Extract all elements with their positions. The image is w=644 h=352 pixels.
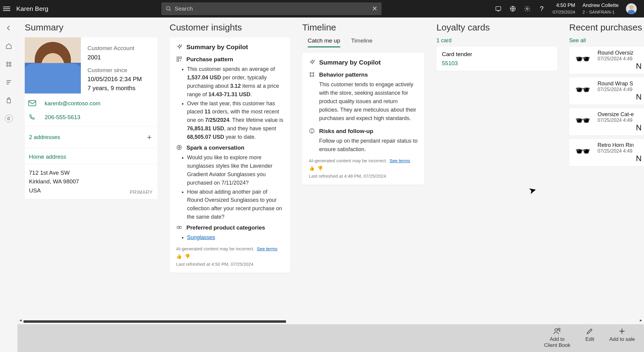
loyalty-title: Loyalty cards	[436, 21, 557, 33]
tab-catch-me-up[interactable]: Catch me up	[308, 37, 340, 47]
preferred-category-link[interactable]: Sunglasses	[187, 234, 215, 240]
user-avatar[interactable]	[626, 3, 637, 14]
edit-button[interactable]: Edit	[585, 327, 594, 352]
product-thumb-icon: 🕶️	[572, 144, 593, 158]
search-input[interactable]	[175, 5, 372, 12]
timeline-thumbs-down[interactable]: 👎	[317, 166, 323, 172]
svg-point-7	[6, 62, 8, 64]
since-duration: 7 years, 9 months	[87, 84, 142, 93]
plus-icon	[618, 327, 626, 335]
address-line2: Kirkland, WA 98007	[29, 177, 153, 186]
search-clear[interactable]: ✕	[372, 5, 377, 13]
svg-point-22	[314, 60, 314, 61]
pattern-bullet-2: Over the last year, this customer has pl…	[187, 100, 284, 141]
settings-icon[interactable]	[524, 5, 531, 12]
svg-point-9	[6, 65, 8, 67]
purchase-item[interactable]: 🕶️ Round Oversiz 07/25/2024 4:49 N	[569, 47, 644, 74]
thumbs-down[interactable]: 👎	[185, 254, 191, 260]
customer-phone[interactable]: 206-555-5613	[45, 114, 80, 121]
account-label: Customer Account	[87, 44, 142, 53]
purchase-item[interactable]: 🕶️ Round Wrap S 07/25/2024 4:49 N	[569, 78, 644, 105]
since-label: Customer since	[87, 66, 142, 75]
purchase-name: Round Wrap S	[598, 81, 642, 87]
purchase-item[interactable]: 🕶️ Retro Horn Rin 07/25/2024 4:49 N	[569, 139, 644, 166]
purchase-name: Retro Horn Rin	[598, 142, 642, 148]
hamburger-menu[interactable]	[3, 5, 10, 12]
svg-rect-17	[180, 57, 182, 59]
svg-point-30	[555, 328, 558, 331]
globe-icon[interactable]	[509, 5, 516, 12]
svg-rect-14	[29, 100, 36, 106]
loyalty-card[interactable]: Card tender 55103	[436, 47, 557, 71]
nav-list[interactable]	[5, 78, 13, 86]
timeline-thumbs-up[interactable]: 👍	[309, 166, 315, 172]
svg-rect-6	[628, 10, 635, 14]
add-address-button[interactable]: ＋	[145, 132, 153, 142]
see-terms-link[interactable]: See terms	[257, 246, 277, 251]
see-all-link[interactable]: See all	[569, 37, 644, 44]
purchase-suffix: N	[598, 62, 642, 71]
purchase-suffix: N	[598, 154, 642, 163]
help-icon[interactable]: ?	[538, 5, 545, 12]
add-to-client-book-button[interactable]: Add to Client Book	[544, 327, 570, 352]
svg-rect-16	[177, 57, 179, 59]
svg-point-23	[310, 72, 311, 73]
spark-bullet-1: Would you like to explore more sunglasse…	[187, 154, 284, 187]
product-thumb-icon: 🕶️	[572, 113, 593, 128]
purchase-date: 07/25/2024 4:49	[598, 118, 642, 123]
svg-point-10	[9, 65, 11, 67]
risks-label: Risks and follow-up	[319, 128, 373, 135]
svg-point-0	[167, 7, 170, 10]
pattern-bullet-1: This customer spends an average of 1,537…	[187, 65, 284, 99]
horizontal-scrollbar[interactable]	[17, 319, 644, 324]
customer-name: Karen Berg	[16, 5, 48, 12]
spark-icon	[176, 144, 183, 151]
nav-bag[interactable]	[5, 97, 13, 104]
tab-timeline[interactable]: Timeline	[351, 37, 373, 47]
loyalty-count[interactable]: 1 card	[436, 37, 557, 44]
preferred-label: Preferred product categories	[186, 224, 265, 231]
email-icon	[28, 100, 36, 107]
add-book-label1: Add to	[550, 336, 565, 342]
behavior-label: Behavior patterns	[319, 71, 368, 78]
preferred-icon	[176, 224, 183, 231]
spark-label: Spark a conversation	[186, 144, 244, 151]
add-to-sale-button[interactable]: Add to sale	[609, 327, 635, 352]
svg-point-5	[629, 5, 633, 9]
spark-bullet-2: How about adding another pair of Round O…	[187, 188, 284, 222]
add-sale-label: Add to sale	[609, 336, 635, 342]
nav-back[interactable]	[5, 24, 13, 32]
addresses-count[interactable]: 2 addresses	[29, 134, 60, 141]
svg-rect-18	[177, 60, 179, 62]
summary-title: Summary	[25, 21, 157, 33]
svg-point-29	[312, 132, 312, 133]
nav-count-badge[interactable]: 0	[5, 115, 13, 122]
search-box[interactable]: ✕	[161, 2, 382, 15]
header-user: Andrew Collette	[582, 2, 619, 9]
timeline-title: Timeline	[302, 21, 424, 33]
nav-home[interactable]	[5, 42, 13, 50]
thumbs-up[interactable]: 👍	[176, 254, 182, 260]
loyalty-tender-label: Card tender	[442, 51, 552, 58]
behavior-icon	[309, 71, 316, 78]
home-address-label[interactable]: Home address	[25, 150, 157, 164]
loyalty-tender-value: 55103	[442, 60, 552, 67]
svg-point-4	[526, 8, 528, 10]
refreshed-time: Last refreshed at 4:50 PM, 07/25/2024	[176, 262, 284, 267]
chat-icon[interactable]	[495, 5, 502, 12]
timeline-ai-disclaimer: AI-generated content may be incorrect.	[309, 158, 387, 163]
account-value: 2001	[87, 53, 142, 62]
customer-email[interactable]: karenb@contoso.com	[45, 100, 100, 107]
product-thumb-icon: 🕶️	[572, 52, 593, 66]
svg-point-24	[313, 72, 314, 73]
purchase-name: Round Oversiz	[598, 50, 642, 56]
nav-products[interactable]	[5, 60, 13, 68]
timeline-copilot-header: Summary by Copilot	[319, 59, 381, 66]
purchase-item[interactable]: 🕶️ Oversize Cat-e 07/25/2024 4:49 N	[569, 108, 644, 135]
timeline-see-terms[interactable]: See terms	[389, 158, 410, 163]
add-book-label2: Client Book	[544, 342, 570, 348]
svg-rect-2	[496, 7, 501, 11]
edit-icon	[586, 327, 594, 335]
insights-panel: Customer insights Summary by Copilot Pur…	[170, 21, 290, 316]
timeline-panel: Timeline Catch me up Timeline Summary by…	[302, 21, 424, 316]
